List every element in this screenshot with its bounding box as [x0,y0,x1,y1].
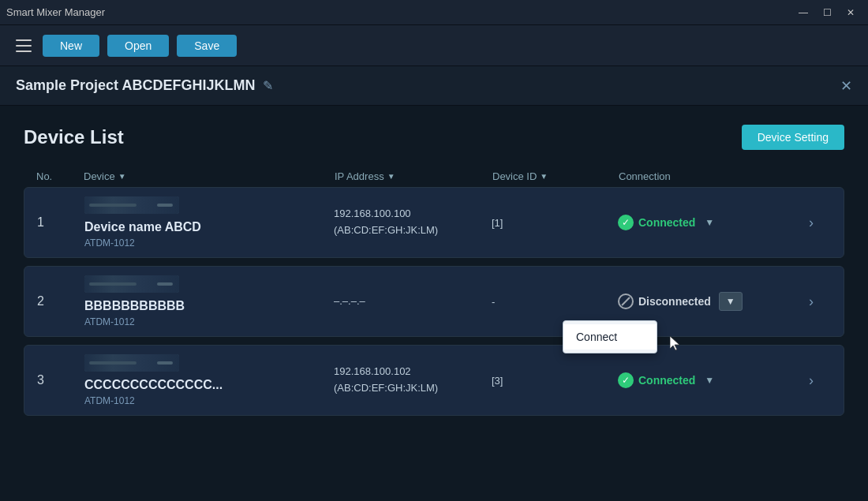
status-label: Connected [638,216,695,229]
row-number: 2 [37,294,84,308]
connection-status: Disconnected ▼ [618,292,791,311]
ip-sort-icon: ▼ [387,172,395,181]
hamburger-menu[interactable] [13,35,35,57]
device-model: ATDM-1012 [84,237,334,249]
titlebar: Smart Mixer Manager — ☐ ✕ [0,0,868,25]
toolbar: New Open Save [0,25,868,66]
connect-menu-item[interactable]: Connect [563,324,657,350]
disconnected-icon [618,293,634,309]
connection-dropdown-btn[interactable]: ▼ [700,373,719,387]
deviceid-sort-icon: ▼ [540,172,548,181]
col-header-device[interactable]: Device ▼ [84,170,335,182]
close-window-button[interactable]: ✕ [840,4,862,21]
device-sort-icon: ▼ [118,172,126,181]
row-chevron[interactable]: › [791,215,831,231]
connection-dropdown-menu: Connect [563,320,657,353]
row-chevron[interactable]: › [791,372,831,389]
device-model: ATDM-1012 [84,395,334,406]
table-header: No. Device ▼ IP Address ▼ Device ID ▼ Co… [24,166,844,187]
col-header-ip[interactable]: IP Address ▼ [335,170,492,182]
section-header: Device List Device Setting [24,125,844,150]
ip-address: 192.168.100.102 (AB:CD:EF:GH:JK:LM) [334,364,492,397]
device-id: [3] [492,375,618,387]
maximize-button[interactable]: ☐ [816,4,838,21]
row-chevron[interactable]: › [791,293,831,310]
col-header-arrow [792,170,832,182]
device-setting-button[interactable]: Device Setting [742,125,844,150]
row-number: 3 [37,373,84,387]
ip-address: –.–.–.– [334,293,492,310]
device-image [84,275,179,293]
device-info: CCCCCCCCCCCCCC... ATDM-1012 [84,354,334,406]
window-controls: — ☐ ✕ [792,4,862,21]
ip-address: 192.168.100.100 (AB:CD:EF:GH:JK:LM) [334,206,492,239]
col-header-no: No. [36,170,84,182]
device-name: Device name ABCD [84,220,334,234]
device-model: ATDM-1012 [84,316,334,327]
row-number: 1 [37,215,84,230]
minimize-button[interactable]: — [792,4,814,21]
project-title: Sample Project ABCDEFGHIJKLMN [16,77,255,94]
connection-dropdown-btn[interactable]: ▼ [719,292,743,311]
app-title: Smart Mixer Manager [6,6,105,18]
col-header-device-id[interactable]: Device ID ▼ [492,170,619,182]
connection-dropdown-btn[interactable]: ▼ [700,215,719,230]
new-button[interactable]: New [43,35,99,57]
save-button[interactable]: Save [177,35,237,57]
device-image [84,196,179,214]
table-row: 3 CCCCCCCCCCCCCC... ATDM-1012 192.168.10… [24,345,844,416]
connection-status: ✓ Connected ▼ [618,372,791,388]
table-row: 1 Device name ABCD ATDM-1012 192.168.100… [24,187,844,258]
device-image [84,354,179,372]
connected-icon: ✓ [618,372,634,388]
device-id: - [492,296,618,308]
close-project-icon[interactable]: ✕ [840,77,852,95]
section-title: Device List [24,126,124,148]
connected-icon: ✓ [618,215,634,230]
device-name: CCCCCCCCCCCCCC... [84,378,334,392]
device-name: BBBBBBBBBBB [84,299,334,313]
device-id: [1] [492,217,618,229]
connection-status: ✓ Connected ▼ [618,215,791,230]
project-bar: Sample Project ABCDEFGHIJKLMN ✎ ✕ [0,66,868,106]
device-info: BBBBBBBBBBB ATDM-1012 [84,275,334,327]
main-content: Device List Device Setting No. Device ▼ … [0,106,868,443]
edit-project-icon[interactable]: ✎ [263,78,273,93]
open-button[interactable]: Open [107,35,169,57]
status-label: Connected [638,374,695,387]
table-row: 2 BBBBBBBBBBB ATDM-1012 –.–.–.– - Discon… [24,266,844,337]
col-header-connection: Connection [619,170,792,182]
status-label: Disconnected [638,295,711,308]
device-info: Device name ABCD ATDM-1012 [84,196,334,249]
